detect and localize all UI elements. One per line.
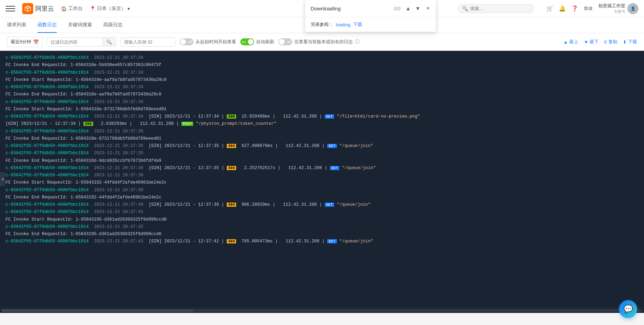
path-text: "/queue/join" <box>337 202 371 207</box>
tab-function-log[interactable]: 函数日志 <box>37 18 57 33</box>
log-line: c-65842f65-07f0db59-4900fbbc1914 2023-12… <box>6 84 638 91</box>
method-badge: GET <box>327 239 337 243</box>
search-input[interactable] <box>470 6 529 11</box>
hamburger-menu[interactable] <box>6 4 15 13</box>
method-badge: GET <box>330 166 340 170</box>
scroll-bottom-button[interactable]: ▼ 最下 <box>584 39 599 45</box>
language-switch[interactable]: 简体 <box>584 6 593 12</box>
loading-link[interactable]: loading <box>336 22 350 27</box>
help-icon[interactable]: ⓘ <box>355 39 360 45</box>
logo-text: 阿里云 <box>35 4 54 13</box>
status-badge: 404 <box>227 166 236 170</box>
download-button[interactable]: ⬇ 下载 <box>623 39 637 45</box>
close-download-button[interactable]: × <box>425 4 430 13</box>
down-icon: ▼ <box>584 39 588 45</box>
up-icon: ▲ <box>563 39 568 45</box>
log-text: FC Invoke Start RequestId: 1-65843195-d3… <box>6 216 167 223</box>
instance-id: c-65842f65-07f0db59-4900fbbc1914 <box>6 113 89 120</box>
scroll-top-button[interactable]: ▲ 最上 <box>563 39 578 45</box>
filter-input[interactable] <box>47 38 102 46</box>
path-text: "/file=html/card-no-preview.png" <box>337 114 420 119</box>
toolbar-actions: ▲ 最上 ▼ 最下 ⎘ 复制 ⬇ 下载 <box>563 39 637 45</box>
timestamp: 2023-12-21 20:37:34 <box>94 84 144 91</box>
timestamp: 2023-12-21 20:37:42 <box>94 223 144 231</box>
download-popup: Downloading 0/0 ▲ ▼ × 另请参阅： loading 下载 <box>305 0 436 32</box>
avatar[interactable]: 👤 <box>627 3 638 14</box>
log-line: c-65842f65-07f0db59-4900fbbc1914 2023-12… <box>6 54 638 62</box>
log-line: c-65842f65-07f0db59-4900fbbc1914 2023-12… <box>6 201 638 208</box>
log-line: FC Invoke End RequestId: 1-65843195-d361… <box>6 231 638 238</box>
instance-id: c-65842f65-07f0db59-4900fbbc1914 <box>6 165 89 172</box>
toggle-current-version-label: 仅查看当前版本或别名的日志 <box>294 39 353 45</box>
log-text: FC Invoke End RequestId: 1-6584318e-5b93… <box>6 62 161 69</box>
status-badge: 200 <box>227 114 236 119</box>
instance-id: c-65842f65-07f0db59-4900fbbc1914 <box>6 208 89 216</box>
toggle-from-start-label: 从起始时间开始查看 <box>196 39 236 45</box>
log-line: c-65842f65-07f0db59-4900fbbc1914 2023-12… <box>6 142 638 150</box>
timestamp: 2023-12-21 20:37:34 <box>94 113 144 120</box>
timestamp: 2023-12-21 20:37:34 <box>94 54 144 62</box>
log-line: c-65842f65-07f0db59-4900fbbc1914 2023-12… <box>6 238 638 245</box>
tab-advanced-log[interactable]: 高级日志 <box>103 18 123 33</box>
toggle-from-start[interactable]: off <box>180 38 194 45</box>
logo: 阿里云 <box>22 3 54 14</box>
log-line: c-65842f65-07f0db59-4900fbbc1914 2023-12… <box>6 128 638 135</box>
prev-download-button[interactable]: ▲ <box>404 5 412 12</box>
log-text: FC Invoke End RequestId: 1-65843192-44fd… <box>6 194 161 201</box>
log-text: FC Invoke End RequestId: 1-6584318e-8731… <box>6 135 161 142</box>
toggle-current-version-group: off 仅查看当前版本或别名的日志 ⓘ <box>278 38 360 45</box>
instance-id: c-65842f65-07f0db59-4900fbbc1914 <box>6 54 89 62</box>
user-area: 创意猫工作室 主账号 👤 <box>598 3 638 14</box>
path-text: "/queue/join" <box>342 166 376 170</box>
time-picker[interactable]: 最近5分钟 📅 <box>7 37 43 47</box>
instance-id: c-65842f65-07f0db59-4900fbbc1914 <box>6 69 89 76</box>
calendar-icon: 📅 <box>33 39 39 45</box>
instance-id: c-65842f65-07f0db59-4900fbbc1914 <box>6 172 89 179</box>
download-popup-body: 另请参阅： loading 下载 <box>305 17 436 32</box>
timestamp: 2023-12-21 20:37:41 <box>94 208 144 216</box>
next-download-button[interactable]: ▼ <box>414 5 422 12</box>
region-nav[interactable]: 📍 日本（东京） ▾ <box>90 6 130 12</box>
instance-id: c-65842f65-07f0db59-4900fbbc1914 <box>6 128 89 135</box>
log-text: FC Invoke End RequestId: 1-6584318e-aaf9… <box>6 91 161 98</box>
tab-keyword-search[interactable]: 关键词搜索 <box>68 18 92 33</box>
toggle-from-start-group: off 从起始时间开始查看 <box>180 38 236 45</box>
cart-icon[interactable]: 🛒 <box>546 5 553 12</box>
instance-input[interactable] <box>120 37 176 47</box>
path-text: "/queue/join" <box>339 143 373 148</box>
instance-id: c-65842f65-07f0db59-4900fbbc1914 <box>6 201 89 208</box>
timestamp: 2023-12-21 20:37:38 <box>94 172 144 179</box>
toggle-current-version[interactable]: off <box>278 38 292 45</box>
search-icon: 🔍 <box>462 6 468 11</box>
bell-icon[interactable]: 🔔 <box>559 5 566 12</box>
log-line: c-65842f65-07f0db59-4900fbbc1914 2023-12… <box>6 223 638 231</box>
download-icon: ⬇ <box>623 39 627 45</box>
log-line: FC Invoke Start RequestId: 1-65843195-d3… <box>6 216 638 223</box>
filter-search-button[interactable]: 🔍 <box>102 38 116 46</box>
h-scroll-thumb <box>1 309 194 312</box>
search-bar[interactable]: 🔍 <box>458 4 534 13</box>
download-link[interactable]: 下载 <box>353 21 362 28</box>
toggle-auto-refresh[interactable]: on <box>240 38 254 45</box>
log-line: FC Invoke End RequestId: 1-6584318e-aaf9… <box>6 91 638 98</box>
toolbar: 最近5分钟 📅 🔍 off 从起始时间开始查看 on 自动刷新 off 仅查 <box>0 33 644 51</box>
log-line: FC Invoke End RequestId: 1-6584318d-9dcd… <box>6 157 638 165</box>
log-text: FC Invoke Start RequestId: 1-6584318e-aa… <box>6 76 167 84</box>
workbench-nav[interactable]: 🏠 工作台 <box>61 6 83 12</box>
tab-request-list[interactable]: 请求列表 <box>7 18 26 33</box>
method-badge: GET <box>327 144 337 148</box>
log-line: FC Invoke Start RequestId: 1-6584318e-aa… <box>6 76 638 84</box>
horizontal-scrollbar[interactable] <box>0 307 644 313</box>
log-line: FC Invoke End RequestId: 1-6584318e-5b93… <box>6 62 638 69</box>
collapse-arrow[interactable]: ◀ <box>0 172 5 186</box>
question-icon[interactable]: ❓ <box>571 5 578 12</box>
log-line: c-65842f65-07f0db59-4900fbbc1914 2023-12… <box>6 208 638 216</box>
copy-button[interactable]: ⎘ 复制 <box>604 39 617 45</box>
status-badge: 404 <box>227 203 236 207</box>
log-line: c-65842f65-07f0db59-4900fbbc1914 2023-12… <box>6 187 638 194</box>
log-area[interactable]: ◀ c-65842f65-07f0db59-4900fbbc1914 2023-… <box>0 51 644 307</box>
log-line: c-65842f65-07f0db59-4900fbbc1914 2023-12… <box>6 113 638 120</box>
chevron-down-icon: ▾ <box>127 6 130 11</box>
log-line: FC Invoke End RequestId: 1-65843192-44fd… <box>6 194 638 201</box>
log-line: FC Invoke Start RequestId: 1-65843192-44… <box>6 179 638 186</box>
